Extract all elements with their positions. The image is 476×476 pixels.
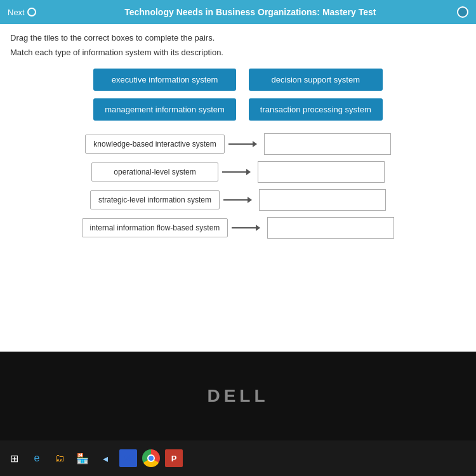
next-button[interactable]: Next [8, 8, 36, 17]
header: Next Technology Needs in Business Organi… [0, 0, 476, 24]
drop-box-slis[interactable] [259, 189, 386, 211]
table-row: internal information flow-based system [82, 217, 395, 239]
match-label-iifbs: internal information flow-based system [82, 218, 228, 237]
match-label-slis: strategic-level information system [90, 190, 220, 209]
drop-box-kbis[interactable] [264, 133, 391, 155]
next-icon [27, 8, 36, 17]
arrow-head [253, 141, 257, 147]
edge-icon[interactable]: e [28, 449, 46, 467]
chrome-icon[interactable] [142, 449, 160, 467]
table-row: strategic-level information system [90, 189, 386, 211]
dell-logo: DELL [207, 386, 268, 406]
header-dot-icon [457, 6, 468, 18]
arrow-line [223, 199, 248, 201]
arrow-line [222, 171, 246, 173]
store-icon[interactable]: 🏪 [74, 449, 91, 467]
arrow-line [228, 143, 253, 145]
instruction-line1: Drag the tiles to the correct boxes to c… [10, 33, 466, 43]
tiles-area: executive information system management … [10, 69, 466, 121]
word-icon[interactable]: W [119, 449, 137, 467]
tile-management-information-system[interactable]: management information system [93, 98, 236, 121]
match-label-kbis: knowledge-based interactive system [85, 135, 224, 154]
next-label: Next [8, 8, 25, 17]
mail-icon[interactable]: ◂ [96, 449, 114, 467]
arrow-line [232, 227, 256, 228]
drop-box-ols[interactable] [258, 161, 385, 183]
tile-decision-support-system[interactable]: decision support system [249, 69, 383, 91]
arrow-head [246, 169, 251, 175]
arrow-kbis [228, 141, 260, 147]
taskbar: ⊞ e 🗂 🏪 ◂ W P [0, 440, 476, 476]
arrow-head [256, 225, 260, 231]
table-row: operational-level system [91, 161, 385, 183]
matching-area: knowledge-based interactive system opera… [10, 133, 466, 239]
drop-box-iifbs[interactable] [267, 217, 394, 239]
main-content: Drag the tiles to the correct boxes to c… [0, 24, 476, 352]
tile-transaction-processing-system[interactable]: transaction processing system [249, 98, 383, 121]
table-row: knowledge-based interactive system [85, 133, 390, 155]
instruction-line2: Match each type of information system wi… [10, 48, 466, 57]
start-button[interactable]: ⊞ [5, 449, 23, 467]
match-label-ols: operational-level system [91, 162, 218, 182]
tiles-col-right: decision support system transaction proc… [249, 69, 383, 121]
tiles-col-left: executive information system management … [93, 69, 236, 121]
dell-area: DELL [0, 352, 476, 440]
arrow-ols [222, 169, 254, 175]
powerpoint-icon[interactable]: P [165, 449, 183, 467]
arrow-iifbs [232, 225, 263, 231]
page-title: Technology Needs in Business Organizatio… [44, 7, 457, 17]
tile-executive-information-system[interactable]: executive information system [93, 69, 236, 91]
arrow-slis [223, 197, 255, 203]
arrow-head [248, 197, 252, 203]
file-explorer-icon[interactable]: 🗂 [51, 449, 69, 467]
